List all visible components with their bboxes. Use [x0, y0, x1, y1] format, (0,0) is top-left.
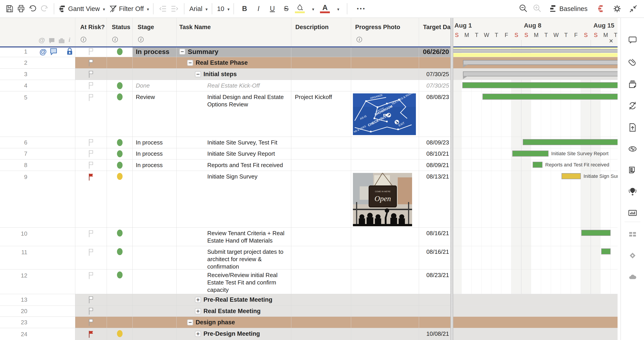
- status-cell[interactable]: [107, 159, 133, 171]
- description-cell[interactable]: [291, 317, 351, 328]
- gantt-row[interactable]: Reports and Test Fit received: [452, 159, 618, 171]
- status-cell[interactable]: [107, 246, 133, 269]
- progress-photo-cell[interactable]: [351, 246, 419, 269]
- progress-photo-cell[interactable]: [351, 317, 419, 328]
- row-number-cell[interactable]: 10: [0, 228, 75, 246]
- row-number-cell[interactable]: 20: [0, 306, 75, 317]
- row-number-cell[interactable]: 13: [0, 294, 75, 306]
- task-name-cell[interactable]: +Real Estate Meeting: [176, 306, 291, 317]
- table-row[interactable]: 24+Pre-Design Meeting10/08/21: [0, 328, 452, 340]
- target-date-cell[interactable]: [419, 294, 452, 306]
- description-cell[interactable]: [291, 228, 351, 246]
- description-cell[interactable]: [291, 306, 351, 317]
- at-risk-cell[interactable]: [75, 328, 107, 340]
- target-date-cell[interactable]: 08/16/21: [419, 246, 452, 269]
- description-cell[interactable]: [291, 294, 351, 306]
- task-bar[interactable]: [601, 248, 610, 255]
- italic-button[interactable]: I: [252, 2, 265, 15]
- at-risk-cell[interactable]: [75, 294, 107, 306]
- gantt-row[interactable]: [452, 46, 618, 57]
- outdent-button[interactable]: [157, 2, 169, 15]
- rail-insights-icon[interactable]: [628, 186, 638, 197]
- expand-toggle-icon[interactable]: +: [195, 297, 201, 303]
- info-icon[interactable]: i: [138, 37, 144, 42]
- info-icon[interactable]: i: [112, 37, 118, 42]
- bold-button[interactable]: B: [238, 2, 252, 15]
- description-cell[interactable]: [291, 68, 351, 80]
- description-cell[interactable]: [291, 328, 351, 340]
- column-header-stage[interactable]: Stagei: [133, 17, 176, 46]
- progress-photo-cell[interactable]: [351, 80, 419, 91]
- stage-cell[interactable]: In process: [133, 46, 176, 57]
- progress-photo-cell[interactable]: [351, 228, 419, 246]
- table-row[interactable]: 11Submit target project dates to archite…: [0, 246, 452, 270]
- table-row[interactable]: 8In processReports and Test Fit received…: [0, 159, 452, 171]
- gantt-row[interactable]: [452, 328, 618, 340]
- stage-cell[interactable]: [133, 294, 176, 306]
- collapse-toolbar-button[interactable]: [628, 2, 639, 15]
- stage-cell[interactable]: [133, 171, 176, 227]
- at-risk-cell[interactable]: [75, 80, 107, 91]
- target-date-cell[interactable]: 07/30/25: [419, 80, 452, 91]
- task-name-cell[interactable]: Initiate Site Survey Report: [176, 148, 291, 159]
- at-risk-cell[interactable]: [75, 137, 107, 148]
- status-cell[interactable]: [107, 91, 133, 137]
- gantt-row[interactable]: [452, 57, 618, 68]
- font-size-selector[interactable]: 10 ▾: [216, 2, 230, 15]
- task-name-cell[interactable]: −Real Estate Phase: [176, 57, 291, 68]
- task-name-cell[interactable]: +Pre-Design Meeting: [176, 328, 291, 340]
- at-risk-cell[interactable]: [75, 171, 107, 227]
- table-row[interactable]: 20+Real Estate Meeting: [0, 306, 452, 317]
- status-cell[interactable]: [107, 57, 133, 68]
- description-cell[interactable]: [291, 159, 351, 171]
- status-cell[interactable]: [107, 228, 133, 246]
- gantt-row[interactable]: [452, 270, 618, 294]
- view-selector[interactable]: Gantt View ▾: [58, 2, 106, 15]
- progress-photo-cell[interactable]: [351, 294, 419, 306]
- rail-sheet-summary-icon[interactable]: [628, 165, 638, 175]
- stage-cell[interactable]: Review: [133, 91, 176, 137]
- task-name-cell[interactable]: Receive/Review initial Real Estate Test …: [176, 270, 291, 294]
- baseline-bar[interactable]: [452, 49, 618, 53]
- task-name-cell[interactable]: +Pre-Real Estate Meeting: [176, 294, 291, 306]
- target-date-cell[interactable]: 08/13/21: [419, 171, 452, 227]
- stage-cell[interactable]: [133, 317, 176, 328]
- table-row[interactable]: 1@In process−Summary06/26/20: [0, 46, 452, 57]
- row-number-cell[interactable]: 24: [0, 328, 75, 340]
- status-cell[interactable]: [107, 306, 133, 317]
- expand-toggle-icon[interactable]: −: [187, 320, 193, 326]
- progress-photo-cell[interactable]: [351, 137, 419, 148]
- description-cell[interactable]: [291, 80, 351, 91]
- undo-button[interactable]: [27, 2, 38, 15]
- rail-conversations-icon[interactable]: [628, 35, 638, 45]
- stage-cell[interactable]: [133, 228, 176, 246]
- at-risk-cell[interactable]: [75, 270, 107, 294]
- description-cell[interactable]: [291, 137, 351, 148]
- rail-activity-log-icon[interactable]: [628, 144, 638, 154]
- status-cell[interactable]: [107, 137, 133, 148]
- stage-cell[interactable]: [133, 306, 176, 317]
- progress-photo-cell[interactable]: [351, 328, 419, 340]
- gantt-row[interactable]: [452, 137, 618, 148]
- progress-photo-cell[interactable]: [351, 270, 419, 294]
- row-number-cell[interactable]: 11: [0, 246, 75, 269]
- description-cell[interactable]: [291, 57, 351, 68]
- rail-cloud-icon[interactable]: [628, 272, 638, 283]
- photo-thumbnail[interactable]: COME IN WE'RE Open: [353, 173, 412, 227]
- description-cell[interactable]: [291, 148, 351, 159]
- at-risk-cell[interactable]: [75, 228, 107, 246]
- stage-cell[interactable]: [133, 328, 176, 340]
- status-cell[interactable]: [107, 294, 133, 306]
- gantt-row[interactable]: [452, 68, 618, 80]
- status-cell[interactable]: [107, 270, 133, 294]
- gantt-row[interactable]: Initiate Site Survey Report: [452, 148, 618, 159]
- expand-toggle-icon[interactable]: −: [187, 60, 193, 66]
- at-risk-cell[interactable]: [75, 91, 107, 137]
- at-risk-cell[interactable]: [75, 159, 107, 171]
- progress-photo-cell[interactable]: [351, 148, 419, 159]
- gantt-row[interactable]: [452, 228, 618, 246]
- at-risk-cell[interactable]: [75, 246, 107, 269]
- progress-photo-cell[interactable]: [351, 306, 419, 317]
- task-bar[interactable]: [462, 82, 618, 88]
- stage-cell[interactable]: In process: [133, 137, 176, 148]
